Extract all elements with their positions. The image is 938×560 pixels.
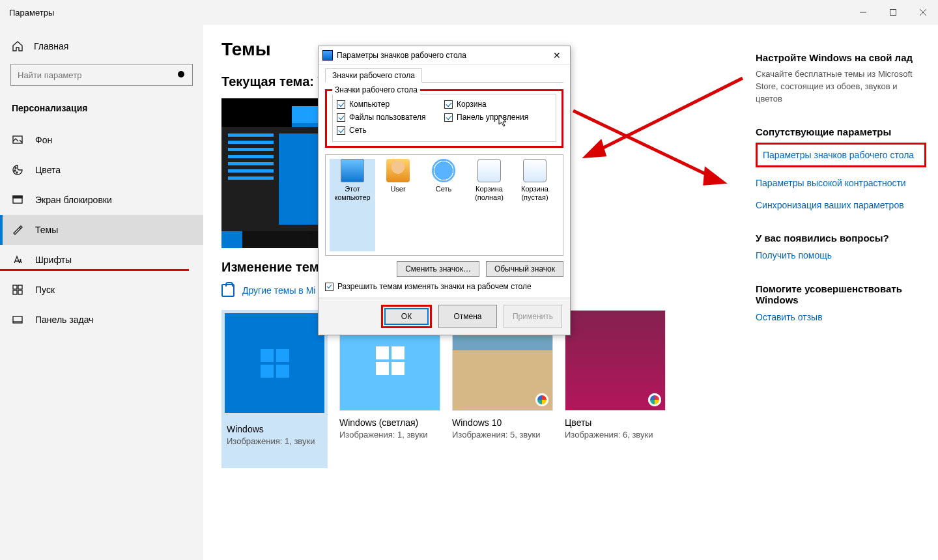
- questions-heading: У вас появились вопросы?: [756, 232, 926, 244]
- minimize-button[interactable]: [848, 2, 878, 23]
- ok-button[interactable]: ОК: [384, 308, 429, 325]
- checkbox-icon: [337, 100, 345, 109]
- theme-card[interactable]: Windows Изображения: 1, звуки: [221, 310, 328, 468]
- dialog-close-button[interactable]: ✕: [548, 46, 566, 64]
- annotation-redbox: ОК: [381, 305, 432, 328]
- background-icon: [12, 134, 23, 146]
- change-icon-button[interactable]: Сменить значок…: [397, 261, 479, 277]
- checkbox-allow-themes[interactable]: Разрешить темам изменять значки на рабоч…: [325, 282, 563, 291]
- search-box[interactable]: [10, 64, 193, 86]
- theme-meta: Изображения: 1, звуки: [339, 430, 440, 440]
- sidebar-section-title: Персонализация: [0, 95, 203, 125]
- maximize-button[interactable]: [878, 2, 908, 23]
- svg-rect-15: [18, 290, 22, 294]
- theme-card[interactable]: Цветы Изображения: 6, звуки: [565, 310, 666, 468]
- svg-line-5: [184, 77, 186, 79]
- link-get-help[interactable]: Получить помощь: [756, 249, 926, 262]
- improve-heading: Помогите усовершенствовать Windows: [756, 283, 926, 305]
- icon-preview-list[interactable]: Этот компьютер User Сеть Корзина (полная…: [325, 154, 563, 256]
- link-high-contrast[interactable]: Параметры высокой контрастности: [756, 176, 926, 189]
- network-icon: [432, 159, 455, 182]
- icon-item-network[interactable]: Сеть: [421, 159, 466, 251]
- link-desktop-icon-settings[interactable]: Параметры значков рабочего стола: [763, 148, 919, 161]
- dialog-tab[interactable]: Значки рабочего стола: [325, 68, 422, 83]
- dialog-titlebar[interactable]: Параметры значков рабочего стола ✕: [319, 46, 570, 64]
- home-icon: [12, 40, 23, 52]
- user-icon: [386, 159, 410, 182]
- svg-rect-12: [13, 285, 17, 289]
- checkbox-computer[interactable]: Компьютер: [337, 100, 444, 109]
- sidebar-item-start[interactable]: Пуск: [0, 275, 203, 305]
- svg-rect-14: [13, 290, 17, 294]
- checkbox-icon: [444, 113, 453, 122]
- store-icon: [221, 284, 234, 297]
- sidebar-item-label: Экран блокировки: [35, 195, 112, 205]
- annotation-underline: [0, 269, 189, 271]
- apply-button[interactable]: Применить: [504, 305, 562, 328]
- window-titlebar: Параметры: [0, 0, 938, 25]
- icon-item-recycle-empty[interactable]: Корзина (пустая): [512, 159, 558, 251]
- desktop-icons-dialog: Параметры значков рабочего стола ✕ Значк…: [318, 46, 571, 335]
- theme-name: Windows 10: [452, 417, 553, 428]
- computer-icon: [341, 159, 364, 182]
- sidebar-item-label: Цвета: [35, 165, 61, 175]
- svg-point-9: [16, 172, 18, 173]
- personalize-heading: Настройте Windows на свой лад: [756, 52, 926, 63]
- dialog-title: Параметры значков рабочего стола: [337, 51, 548, 60]
- sidebar-item-label: Шрифты: [35, 255, 72, 265]
- svg-point-7: [15, 167, 16, 169]
- link-feedback[interactable]: Оставить отзыв: [756, 311, 926, 324]
- sidebar-item-label: Фон: [35, 135, 52, 145]
- dialog-icon: [322, 50, 333, 61]
- svg-rect-1: [890, 10, 896, 16]
- related-heading: Сопутствующие параметры: [756, 126, 926, 137]
- sidebar: Главная Персонализация Фон Цвета Экран б…: [0, 25, 203, 560]
- checkbox-control-panel[interactable]: Панель управления: [444, 113, 552, 122]
- sidebar-item-label: Пуск: [35, 285, 55, 295]
- window-title: Параметры: [9, 8, 54, 18]
- personalize-text: Скачайте бесплатные темы из Microsoft St…: [756, 68, 926, 105]
- checkbox-icon: [337, 126, 345, 135]
- start-icon: [12, 284, 23, 296]
- checkbox-icon: [337, 113, 345, 122]
- recycle-empty-icon: [523, 159, 547, 182]
- sidebar-item-lockscreen[interactable]: Экран блокировки: [0, 185, 203, 215]
- theme-name: Windows: [227, 424, 322, 434]
- sidebar-item-label: Темы: [35, 225, 58, 235]
- annotation-redbox: Значки рабочего стола Компьютер Файлы по…: [325, 89, 563, 148]
- sidebar-home-label: Главная: [34, 41, 68, 51]
- lockscreen-icon: [12, 194, 23, 206]
- theme-meta: Изображения: 5, звуки: [452, 430, 553, 440]
- svg-point-8: [14, 170, 16, 171]
- sidebar-item-themes[interactable]: Темы: [0, 215, 203, 245]
- icon-item-user[interactable]: User: [375, 159, 421, 251]
- search-icon: [177, 70, 187, 80]
- svg-rect-11: [13, 196, 22, 198]
- theme-meta: Изображения: 6, звуки: [565, 430, 666, 440]
- related-column: Настройте Windows на свой лад Скачайте б…: [756, 25, 938, 560]
- sidebar-item-background[interactable]: Фон: [0, 125, 203, 155]
- sidebar-home[interactable]: Главная: [0, 31, 203, 61]
- taskbar-icon: [12, 314, 23, 326]
- close-button[interactable]: [908, 2, 938, 23]
- theme-name: Цветы: [565, 417, 666, 428]
- link-sync-settings[interactable]: Синхронизация ваших параметров: [756, 199, 926, 212]
- checkbox-recycle-bin[interactable]: Корзина: [444, 100, 552, 109]
- fieldset-legend: Значки рабочего стола: [332, 85, 420, 94]
- cancel-button[interactable]: Отмена: [438, 305, 497, 328]
- icon-item-computer[interactable]: Этот компьютер: [330, 159, 375, 251]
- themes-icon: [12, 224, 23, 236]
- checkbox-network[interactable]: Сеть: [337, 126, 444, 135]
- svg-point-4: [178, 71, 184, 77]
- fonts-icon: [12, 254, 23, 266]
- theme-meta: Изображения: 1, звуки: [227, 436, 322, 446]
- svg-rect-13: [18, 285, 22, 289]
- default-icon-button[interactable]: Обычный значок: [486, 261, 563, 277]
- recycle-full-icon: [477, 159, 501, 182]
- search-input[interactable]: [18, 70, 177, 80]
- sidebar-item-label: Панель задач: [35, 315, 93, 325]
- sidebar-item-colors[interactable]: Цвета: [0, 155, 203, 185]
- checkbox-user-files[interactable]: Файлы пользователя: [337, 113, 444, 122]
- sidebar-item-taskbar[interactable]: Панель задач: [0, 305, 203, 335]
- icon-item-recycle-full[interactable]: Корзина (полная): [466, 159, 512, 251]
